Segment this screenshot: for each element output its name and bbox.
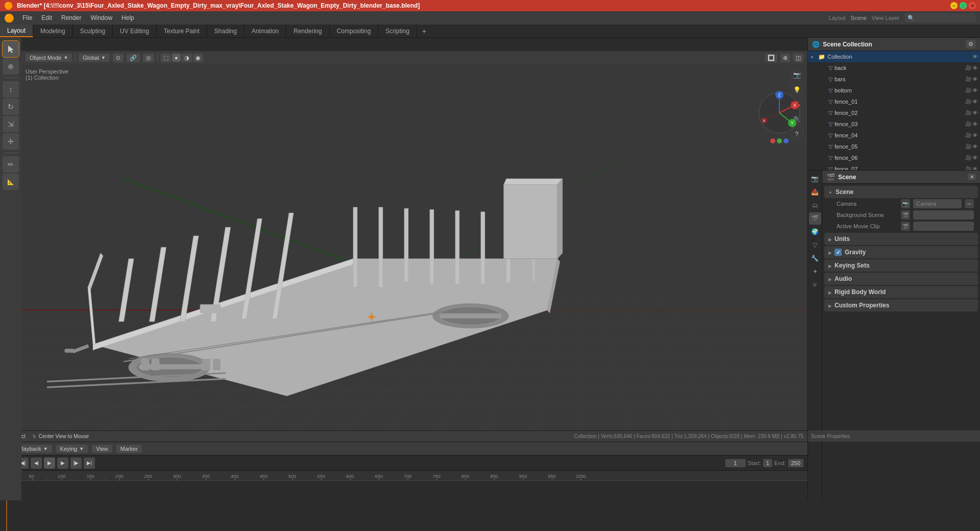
end-frame-input[interactable]: 250 <box>788 459 803 467</box>
collection-eye[interactable]: 👁 <box>972 54 978 60</box>
measure-tool[interactable]: 📐 <box>3 174 19 190</box>
camera-icon[interactable]: 🎥 <box>965 99 971 105</box>
scene-section-header[interactable]: Scene <box>824 186 978 198</box>
world-props-btn[interactable]: 🌍 <box>809 226 821 238</box>
close-button[interactable]: ✕ <box>969 2 976 9</box>
minimize-button[interactable]: – <box>950 2 958 9</box>
annotate-tool[interactable]: ✏ <box>3 156 19 173</box>
tab-animation[interactable]: Animation <box>244 25 286 37</box>
camera-value[interactable]: Camera <box>913 199 962 208</box>
rotate-tool[interactable]: ↻ <box>3 99 19 115</box>
timeline-scrubber[interactable]: 1 50 100 150 200 250 <box>0 471 807 531</box>
current-frame-input[interactable]: 1 <box>725 459 746 467</box>
start-frame-input[interactable]: 1 <box>763 459 772 467</box>
units-section-header[interactable]: Units <box>824 233 978 245</box>
audio-section-header[interactable]: Audio <box>824 273 978 285</box>
tab-compositing[interactable]: Compositing <box>330 25 379 37</box>
physics-props-btn[interactable]: ⚛ <box>809 279 821 291</box>
gravity-section-header[interactable]: ✓ Gravity <box>824 246 978 258</box>
outliner-fence_06-row[interactable]: ▽ fence_06 🎥 👁 <box>808 152 980 163</box>
bg-scene-icon-btn[interactable]: 🎬 <box>901 210 910 220</box>
marker-dropdown[interactable]: Marker <box>116 445 142 453</box>
outliner-fence_05-row[interactable]: ▽ fence_05 🎥 👁 <box>808 141 980 152</box>
prev-frame-btn[interactable]: ◀ <box>31 457 42 469</box>
outliner-fence_03-row[interactable]: ▽ fence_03 🎥 👁 <box>808 118 980 130</box>
modifier-props-btn[interactable]: 🔧 <box>809 252 821 264</box>
scrubber-body[interactable]: 1 <box>0 481 807 531</box>
outliner-back-row[interactable]: ▽ back 🎥 👁 <box>808 62 980 74</box>
transform-tool[interactable]: ✛ <box>3 133 19 150</box>
xray-toggle[interactable]: ◫ <box>793 54 803 62</box>
eye-icon[interactable]: 👁 <box>972 65 978 71</box>
camera-icon[interactable]: 🎥 <box>965 121 971 127</box>
menu-help[interactable]: Help <box>117 13 138 22</box>
next-frame-btn[interactable]: ▶ <box>57 457 68 469</box>
eye-icon[interactable]: 👁 <box>972 76 978 82</box>
move-tool[interactable]: ↕ <box>3 81 19 98</box>
tab-shading[interactable]: Shading <box>207 25 244 37</box>
particle-props-btn[interactable]: ✦ <box>809 266 821 278</box>
play-btn[interactable]: ▶ <box>44 457 55 469</box>
search-bar[interactable]: 🔍 <box>904 13 976 22</box>
tab-uv-editing[interactable]: UV Editing <box>113 25 157 37</box>
gravity-checkbox[interactable]: ✓ <box>835 249 842 256</box>
object-mode-selector[interactable]: Object Mode ▼ <box>26 54 72 62</box>
menu-edit[interactable]: Edit <box>37 13 56 22</box>
menu-window[interactable]: Window <box>86 13 116 22</box>
title-bar-controls[interactable]: – □ ✕ <box>950 2 976 9</box>
3d-viewport[interactable]: User Perspective (1) Collection 📷 💡 ✋ 🔍 … <box>21 64 807 442</box>
keying-sets-header[interactable]: Keying Sets <box>824 259 978 272</box>
output-props-btn[interactable]: 📤 <box>809 186 821 198</box>
eye-icon[interactable]: 👁 <box>972 87 978 93</box>
movie-clip-value[interactable] <box>913 222 974 231</box>
tab-rendering[interactable]: Rendering <box>286 25 329 37</box>
camera-icon[interactable]: 🎥 <box>965 110 971 116</box>
menu-file[interactable]: File <box>18 13 36 22</box>
pivot-btn[interactable]: ⊙ <box>113 54 124 62</box>
cursor-tool[interactable]: ⊕ <box>3 58 19 75</box>
outliner-fence_01-row[interactable]: ▽ fence_01 🎥 👁 <box>808 96 980 107</box>
outliner-collection-row[interactable]: 📁 Collection 👁 <box>808 51 980 62</box>
tab-layout[interactable]: Layout <box>0 25 33 37</box>
next-keyframe-btn[interactable]: |▶ <box>70 457 82 469</box>
camera-icon[interactable]: 🎥 <box>965 65 971 71</box>
material-btn[interactable]: ◑ <box>182 54 192 62</box>
jump-end-btn[interactable]: ▶| <box>84 457 95 469</box>
render-props-btn[interactable]: 📷 <box>809 173 821 185</box>
eye-icon[interactable]: 👁 <box>972 110 978 116</box>
tab-modeling[interactable]: Modeling <box>33 25 73 37</box>
add-workspace-button[interactable]: + <box>417 25 431 37</box>
snap-btn[interactable]: 🔗 <box>127 54 140 62</box>
view-dropdown[interactable]: View <box>92 445 112 453</box>
outliner-filter-btn[interactable]: ⚙ <box>966 40 976 49</box>
select-tool[interactable] <box>3 41 19 57</box>
camera-icon[interactable]: 🎥 <box>965 143 971 150</box>
expand-collection[interactable] <box>810 54 816 60</box>
outliner-fence_02-row[interactable]: ▽ fence_02 🎥 👁 <box>808 107 980 118</box>
camera-icon-btn[interactable]: 📷 <box>901 199 910 208</box>
camera-icon[interactable]: 🎥 <box>965 87 971 93</box>
camera-icon[interactable]: 🎥 <box>965 155 971 161</box>
outliner-fence_04-row[interactable]: ▽ fence_04 🎥 👁 <box>808 130 980 141</box>
tab-sculpting[interactable]: Sculpting <box>73 25 113 37</box>
properties-options-btn[interactable]: ✕ <box>968 174 976 180</box>
camera-icon[interactable]: 🎥 <box>965 132 971 138</box>
tab-scripting[interactable]: Scripting <box>378 25 417 37</box>
eye-icon[interactable]: 👁 <box>972 99 978 105</box>
eye-icon[interactable]: 👁 <box>972 132 978 138</box>
global-transform-btn[interactable]: Global ▼ <box>79 54 110 62</box>
scene-props-btn[interactable]: 🎬 <box>809 212 821 225</box>
camera-edit-btn[interactable]: ✏ <box>965 199 974 208</box>
keying-dropdown[interactable]: Keying ▼ <box>56 445 88 453</box>
maximize-button[interactable]: □ <box>960 2 967 9</box>
eye-icon[interactable]: 👁 <box>972 155 978 161</box>
outliner-bars-row[interactable]: ▽ bars 🎥 👁 <box>808 74 980 85</box>
custom-props-header[interactable]: Custom Properties <box>824 299 978 311</box>
eye-icon[interactable]: 👁 <box>972 121 978 127</box>
object-props-btn[interactable]: ▽ <box>809 239 821 251</box>
outliner-fence_07-row[interactable]: ▽ fence_07 🎥 👁 <box>808 163 980 170</box>
eye-icon[interactable]: 👁 <box>972 166 978 170</box>
menu-render[interactable]: Render <box>57 13 85 22</box>
gizmo-toggle[interactable]: 🔳 <box>765 54 777 62</box>
overlay-toggle[interactable]: ⊕ <box>780 54 790 62</box>
